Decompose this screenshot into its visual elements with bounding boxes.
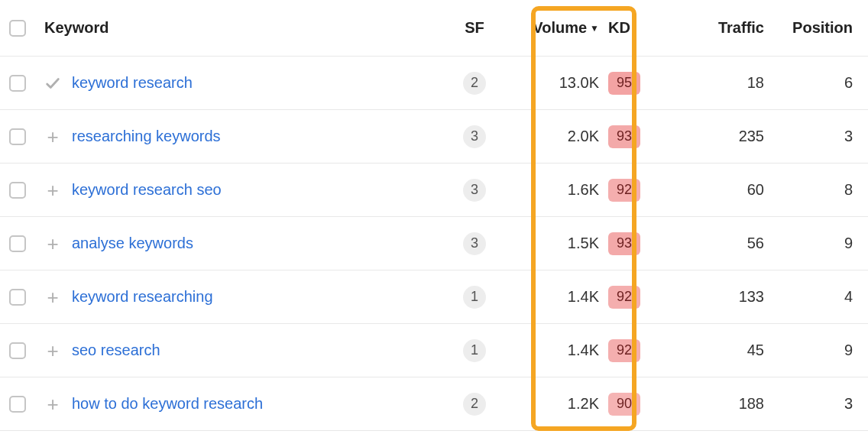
expand-icon[interactable]: + — [44, 127, 61, 147]
position-value: 9 — [844, 342, 853, 359]
sf-badge[interactable]: 1 — [463, 339, 486, 362]
column-header-volume-label: Volume — [533, 19, 587, 37]
table-row: +keyword research seo31.6K92608 — [0, 164, 868, 217]
traffic-value: 60 — [747, 181, 764, 199]
traffic-value: 45 — [747, 342, 764, 359]
kd-badge: 95 — [608, 72, 640, 95]
keyword-link[interactable]: keyword researching — [72, 288, 213, 306]
sf-badge[interactable]: 1 — [463, 286, 486, 309]
position-value: 6 — [844, 74, 853, 92]
check-icon — [44, 75, 61, 92]
sf-badge[interactable]: 3 — [463, 125, 486, 148]
keyword-link[interactable]: keyword research seo — [72, 181, 222, 199]
traffic-value: 18 — [747, 74, 764, 92]
keyword-link[interactable]: keyword research — [72, 74, 193, 92]
table-row: +keyword researching11.4K921334 — [0, 270, 868, 324]
traffic-value: 133 — [739, 288, 764, 306]
column-header-sf[interactable]: SF — [465, 19, 484, 37]
row-checkbox[interactable] — [9, 235, 26, 252]
kd-badge: 90 — [608, 393, 640, 416]
kd-badge: 93 — [608, 125, 640, 148]
position-value: 4 — [844, 288, 853, 306]
expand-icon[interactable]: + — [44, 180, 61, 200]
kd-badge: 92 — [608, 339, 640, 362]
row-checkbox[interactable] — [9, 75, 26, 92]
kd-badge: 92 — [608, 179, 640, 202]
row-checkbox[interactable] — [9, 128, 26, 145]
kd-badge: 92 — [608, 286, 640, 309]
sf-badge[interactable]: 2 — [463, 393, 486, 416]
row-checkbox[interactable] — [9, 289, 26, 306]
table-row: +how to do keyword research21.2K901883 — [0, 377, 868, 431]
traffic-value: 188 — [739, 395, 764, 413]
volume-value: 2.0K — [568, 128, 599, 145]
sf-badge[interactable]: 2 — [463, 72, 486, 95]
select-all-checkbox[interactable] — [9, 20, 26, 37]
volume-value: 1.5K — [568, 235, 599, 252]
volume-value: 1.2K — [568, 395, 599, 413]
row-checkbox[interactable] — [9, 396, 26, 413]
keyword-table: Keyword SF Volume▼ KD Traffic Position k… — [0, 0, 868, 431]
volume-value: 1.4K — [568, 342, 599, 359]
expand-icon[interactable]: + — [44, 234, 61, 254]
table-row: keyword research213.0K95186 — [0, 57, 868, 110]
keyword-link[interactable]: analyse keywords — [72, 235, 193, 252]
position-value: 8 — [844, 181, 853, 199]
traffic-value: 235 — [739, 128, 764, 145]
keyword-link[interactable]: seo research — [72, 342, 160, 359]
keyword-link[interactable]: researching keywords — [72, 128, 221, 145]
position-value: 3 — [844, 395, 853, 413]
volume-value: 1.6K — [568, 181, 599, 199]
sf-badge[interactable]: 3 — [463, 179, 486, 202]
position-value: 3 — [844, 128, 853, 145]
column-header-keyword[interactable]: Keyword — [44, 19, 108, 37]
table-row: +analyse keywords31.5K93569 — [0, 217, 868, 270]
kd-badge: 93 — [608, 232, 640, 255]
position-value: 9 — [844, 235, 853, 252]
table-row: +seo research11.4K92459 — [0, 324, 868, 377]
volume-value: 13.0K — [559, 74, 599, 92]
column-header-kd[interactable]: KD — [608, 19, 630, 37]
column-header-volume[interactable]: Volume▼ — [507, 19, 608, 37]
row-checkbox[interactable] — [9, 342, 26, 359]
expand-icon[interactable]: + — [44, 287, 61, 307]
table-header-row: Keyword SF Volume▼ KD Traffic Position — [0, 0, 868, 57]
sort-desc-icon: ▼ — [590, 23, 599, 34]
column-header-position[interactable]: Position — [792, 19, 853, 37]
traffic-value: 56 — [747, 235, 764, 252]
expand-icon[interactable]: + — [44, 394, 61, 414]
volume-value: 1.4K — [568, 288, 599, 306]
row-checkbox[interactable] — [9, 182, 26, 199]
keyword-link[interactable]: how to do keyword research — [72, 395, 263, 413]
expand-icon[interactable]: + — [44, 341, 61, 361]
table-row: +researching keywords32.0K932353 — [0, 110, 868, 164]
sf-badge[interactable]: 3 — [463, 232, 486, 255]
column-header-traffic[interactable]: Traffic — [718, 19, 764, 37]
